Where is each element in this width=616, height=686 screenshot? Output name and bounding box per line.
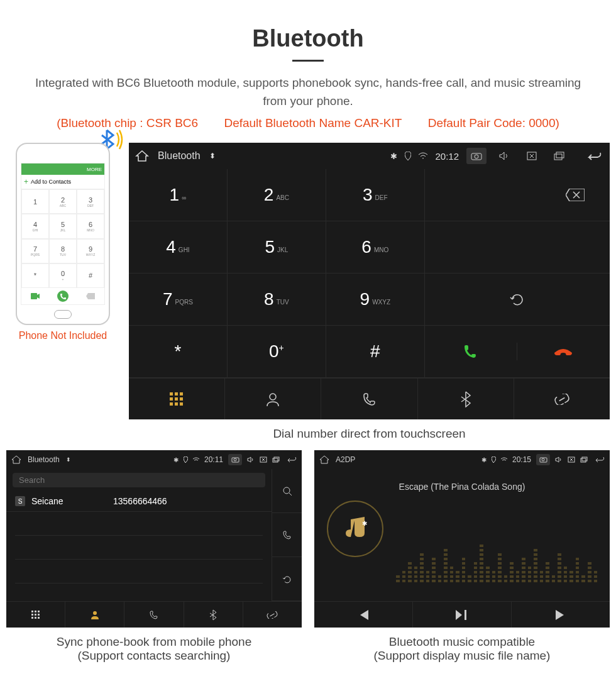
play-pause-button[interactable] [413,602,512,628]
call-button[interactable] [425,343,517,360]
key-1[interactable]: 1∞ [129,169,228,221]
phone-mock-call-icon [49,288,77,304]
svg-rect-37 [582,457,587,461]
key-8[interactable]: 8TUV [228,274,326,326]
tab-recent-calls[interactable] [321,379,417,419]
svg-rect-7 [170,392,173,396]
svg-text:✱: ✱ [362,520,367,527]
key-9[interactable]: 9WXYZ [326,274,425,326]
tab-keypad[interactable] [129,379,225,419]
close-x-icon[interactable] [260,456,267,463]
recent-apps-icon[interactable] [272,456,280,463]
mock-key-0: 0+ [49,263,77,288]
mock-key-#: # [77,263,104,288]
mock-key-8: 8TUV [49,239,77,263]
search-button[interactable] [272,469,302,513]
recent-apps-icon[interactable] [549,148,569,164]
back-icon[interactable] [583,148,603,164]
svg-rect-5 [554,154,562,160]
tab-keypad[interactable] [6,602,65,628]
svg-rect-15 [180,402,183,406]
phone-mock-delete-icon [77,288,104,304]
recent-apps-icon[interactable] [580,456,588,463]
phone-mock-keypad: 12ABC3DEF4GHI5JKL6MNO7PQRS8TUV9WXYZ*0+# [21,189,104,288]
key-#[interactable]: # [326,326,425,378]
mock-key-1: 1 [21,189,49,214]
key-0[interactable]: 0+ [228,326,326,378]
home-icon[interactable] [11,455,21,464]
key-4[interactable]: 4GHI [129,221,228,274]
tab-contacts[interactable] [65,602,124,628]
svg-point-16 [270,394,276,400]
screenshot-icon[interactable] [228,454,242,465]
prev-track-button[interactable] [314,602,413,628]
refresh-button[interactable] [425,274,610,326]
tab-recent-calls[interactable] [124,602,184,628]
close-x-icon[interactable] [522,148,542,164]
song-title: Escape (The Pina Colada Song) [314,482,610,492]
svg-rect-29 [31,617,33,619]
search-input[interactable]: Search [13,473,265,487]
mock-key-9: 9WXYZ [77,239,104,263]
empty-cell [425,221,610,274]
back-icon[interactable] [593,456,605,463]
key-3[interactable]: 3DEF [326,169,425,221]
equalizer-visual [396,507,597,582]
svg-rect-11 [175,397,178,401]
svg-rect-27 [35,614,36,616]
volume-icon[interactable] [247,456,255,463]
app-title: A2DP [336,455,355,464]
screenshot-icon[interactable] [466,148,487,164]
tab-contacts[interactable] [225,379,321,419]
volume-icon[interactable] [494,148,514,164]
tab-pair[interactable] [514,379,610,419]
phone-mock-home-button [54,310,72,319]
location-status-icon [492,456,496,463]
phone-not-included-label: Phone Not Included [6,330,119,341]
back-icon[interactable] [285,456,297,463]
backspace-button[interactable] [425,169,610,221]
svg-rect-23 [31,611,33,612]
album-art-icon: ✱ [327,501,383,557]
svg-rect-20 [273,458,278,462]
app-title: Bluetooth [28,455,60,464]
call-contact-button[interactable] [272,513,302,557]
volume-icon[interactable] [555,456,563,463]
key-5[interactable]: 5JKL [228,221,326,274]
bluetooth-status-icon: ✱ [390,152,397,161]
key-7[interactable]: 7PQRS [129,274,228,326]
hangup-button[interactable] [517,345,610,358]
clock-time: 20:12 [435,151,459,162]
tab-pair[interactable] [243,602,302,628]
music-caption: Bluetooth music compatible (Support disp… [314,635,610,663]
svg-rect-13 [170,402,173,406]
key-6[interactable]: 6MNO [326,221,425,274]
key-2[interactable]: 2ABC [228,169,326,221]
screenshot-icon[interactable] [536,454,550,465]
status-bar: Bluetooth ⬍ ✱ 20:11 [6,450,302,469]
svg-rect-12 [180,397,183,401]
phone-mock-video-icon [21,288,49,304]
svg-point-34 [542,458,544,461]
title-underline [292,60,324,62]
mock-key-5: 5JKL [49,214,77,238]
contact-row[interactable]: S Seicane 13566664466 [6,491,272,512]
contact-badge: S [15,496,25,506]
close-x-icon[interactable] [568,456,575,463]
clock-time: 20:15 [512,455,531,464]
svg-rect-14 [175,402,178,406]
home-icon[interactable] [135,150,149,162]
dialer-caption: Dial number direct from touchscreen [129,427,610,441]
tab-bluetooth[interactable] [184,602,243,628]
tab-bluetooth[interactable] [418,379,514,419]
usb-icon: ⬍ [209,152,216,160]
phone-mock-header: MORE [21,163,104,175]
bluetooth-status-icon: ✱ [481,456,487,463]
wifi-status-icon [501,457,507,462]
home-icon[interactable] [319,455,329,464]
next-track-button[interactable] [512,602,610,628]
sync-button[interactable] [272,557,302,601]
svg-point-1 [57,290,69,302]
status-bar: Bluetooth ⬍ ✱ 20:12 [129,143,610,169]
key-*[interactable]: * [129,326,228,378]
